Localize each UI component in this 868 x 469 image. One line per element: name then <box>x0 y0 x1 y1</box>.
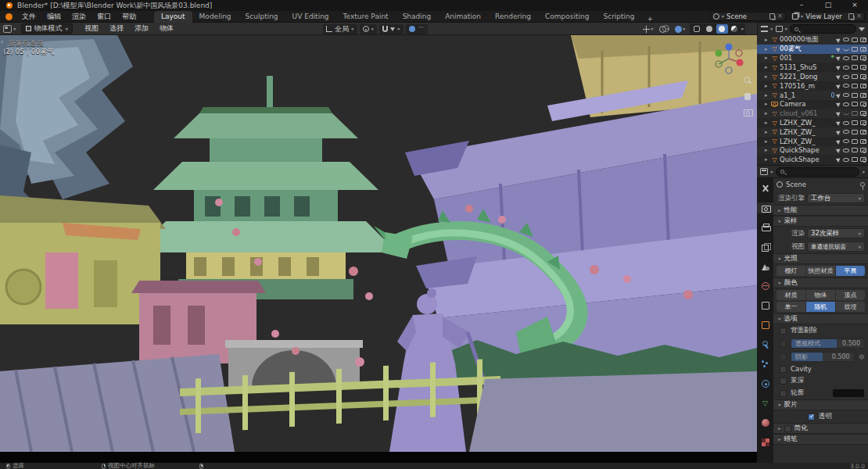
render-disable-icon[interactable] <box>860 139 866 144</box>
scene-canvas[interactable] <box>0 35 757 452</box>
menu-file[interactable]: 文件 <box>16 11 41 23</box>
mode-selector[interactable]: 物体模式 ▾ <box>21 23 74 34</box>
menu-add[interactable]: 添加 <box>129 23 154 34</box>
eye-icon[interactable] <box>843 75 849 79</box>
tab-collection[interactable] <box>757 300 773 311</box>
outliner-row-hidden[interactable]: ▸▽ cloud_v061 <box>757 109 868 118</box>
eye-icon[interactable] <box>843 121 849 125</box>
viewport-disable-icon[interactable] <box>852 47 858 52</box>
selectable-icon[interactable] <box>836 156 842 163</box>
outliner-row[interactable]: ▸▽ LZHX_ZW_ <box>757 118 868 127</box>
viewport-disable-icon[interactable] <box>852 157 858 162</box>
shadow-checkbox[interactable] <box>780 353 787 360</box>
eye-closed-icon[interactable] <box>843 48 849 51</box>
menu-edit[interactable]: 编辑 <box>41 11 66 23</box>
viewport-3d[interactable]: › 摄像机透视 (2) 05 | 00雾气 <box>0 35 757 463</box>
lighting-matcap-button[interactable]: 快照材质 <box>806 266 835 276</box>
render-disable-icon[interactable] <box>860 102 866 106</box>
viewport-disable-icon[interactable] <box>852 139 858 144</box>
selectable-icon[interactable] <box>836 73 842 80</box>
render-disable-icon[interactable] <box>860 38 866 42</box>
proportional-edit-controls[interactable] <box>406 24 428 34</box>
selectable-icon[interactable] <box>836 102 842 108</box>
tab-compositing[interactable]: Compositing <box>538 11 596 23</box>
viewport-disable-icon[interactable] <box>852 84 858 88</box>
cavity-checkbox[interactable] <box>780 366 787 373</box>
dof-checkbox[interactable] <box>780 378 787 385</box>
simplify-checkbox[interactable] <box>784 425 791 432</box>
outliner-display-mode-icon[interactable] <box>761 26 768 32</box>
eye-icon[interactable] <box>843 38 849 41</box>
shading-wireframe-button[interactable] <box>691 24 703 34</box>
outliner-row[interactable]: ▸▽ LZHX_ZW_ <box>757 127 868 137</box>
outliner-row-camera[interactable]: ▸ Camera <box>757 100 868 109</box>
selectable-icon[interactable] <box>836 37 842 43</box>
maximize-button[interactable]: □ <box>815 0 841 11</box>
tab-texture[interactable] <box>757 437 773 448</box>
sampling-viewport-dropdown[interactable]: 单通道抗锯齿▾ <box>807 242 865 252</box>
outliner-row[interactable]: ▸▽ LZHX_ZW_ <box>757 137 868 146</box>
tab-render[interactable] <box>757 202 773 213</box>
color-texture-button[interactable]: 纹理 <box>836 302 865 312</box>
remove-view-layer-icon[interactable]: × <box>856 13 862 20</box>
selectable-icon[interactable] <box>836 92 842 98</box>
outliner-filter-mode-icon[interactable] <box>776 26 783 32</box>
shadow-slider[interactable]: 阴影 0.500 <box>791 352 855 362</box>
selectable-icon[interactable] <box>836 110 842 116</box>
eye-icon[interactable] <box>843 66 849 70</box>
viewport-disable-icon[interactable] <box>852 111 858 116</box>
menu-help[interactable]: 帮助 <box>117 11 142 23</box>
eye-icon[interactable] <box>843 158 849 162</box>
selectable-icon[interactable] <box>836 83 842 89</box>
pivot-point-dropdown[interactable]: ▾ <box>360 24 378 34</box>
outliner-row-selected[interactable]: ▸▽ 00雾气 <box>757 45 868 54</box>
tab-object[interactable] <box>757 320 773 331</box>
menu-render[interactable]: 渲染 <box>66 11 91 23</box>
add-workspace-button[interactable]: + <box>642 15 659 23</box>
render-engine-dropdown[interactable]: 工作台▾ <box>807 193 865 203</box>
lighting-studio-button[interactable]: 棚灯 <box>777 266 805 276</box>
shading-rendered-button[interactable] <box>729 24 741 34</box>
properties-search-input[interactable] <box>776 167 860 177</box>
xray-slider[interactable]: 透视模式 0.500 <box>791 338 865 349</box>
tab-animation[interactable]: Animation <box>438 11 488 23</box>
sampling-render-dropdown[interactable]: 32次采样▾ <box>807 228 865 238</box>
panel-simplify[interactable]: ▸简化 <box>773 423 868 434</box>
camera-view-icon[interactable] <box>743 107 752 116</box>
panel-film[interactable]: ▾胶片 <box>773 399 868 410</box>
color-random-button[interactable]: 随机 <box>806 302 835 312</box>
menu-window[interactable]: 窗口 <box>91 11 117 23</box>
outliner-row[interactable]: ▸▽ 000000地面 <box>757 35 868 45</box>
zoom-tool-icon[interactable] <box>743 76 752 85</box>
shading-solid-button[interactable] <box>704 24 716 34</box>
panel-options[interactable]: ▾选项 <box>773 313 868 324</box>
pan-tool-icon[interactable] <box>743 91 752 101</box>
tab-object-data[interactable]: ▽ <box>757 398 773 409</box>
menu-select[interactable]: 选择 <box>104 23 129 34</box>
selectable-icon[interactable] <box>836 64 842 70</box>
eye-icon[interactable] <box>843 93 849 97</box>
viewport-disable-icon[interactable] <box>852 38 858 42</box>
transparent-checkbox[interactable] <box>808 414 815 421</box>
eye-icon[interactable] <box>843 139 849 143</box>
show-overlays-toggle[interactable]: ▾ <box>658 23 672 34</box>
unlink-scene-icon[interactable]: × <box>777 13 783 20</box>
tab-world[interactable] <box>757 281 773 292</box>
outliner-search-input[interactable] <box>790 24 856 34</box>
render-disable-icon[interactable] <box>860 55 866 60</box>
selectable-icon[interactable] <box>836 55 842 62</box>
panel-grease-pencil[interactable]: ▸蜡笔 <box>773 434 868 445</box>
color-material-button[interactable]: 材质 <box>777 290 805 300</box>
color-vertex-button[interactable]: 顶点 <box>836 290 865 300</box>
viewport-disable-icon[interactable] <box>852 93 858 98</box>
filter-funnel-icon[interactable] <box>859 27 865 31</box>
new-view-layer-icon[interactable] <box>848 13 854 20</box>
toolbar-expand-arrow[interactable]: › <box>1 38 3 45</box>
shading-material-button[interactable] <box>716 24 728 34</box>
viewport-disable-icon[interactable] <box>852 120 858 125</box>
render-disable-icon[interactable] <box>860 130 866 134</box>
viewport-disable-icon[interactable] <box>852 148 858 152</box>
tab-material[interactable] <box>757 417 773 428</box>
color-object-button[interactable]: 物体 <box>806 290 835 300</box>
render-disable-icon[interactable] <box>860 74 866 79</box>
